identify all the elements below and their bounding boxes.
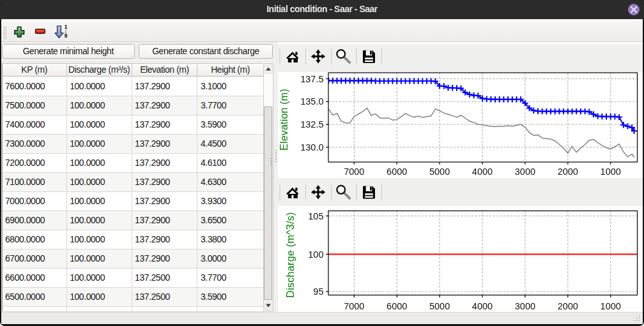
svg-text:9: 9 [65,33,68,39]
svg-text:100: 100 [308,249,323,260]
svg-text:130.0: 130.0 [300,142,323,152]
svg-text:7000: 7000 [344,167,364,177]
svg-text:7000: 7000 [344,301,364,311]
svg-text:Discharge (m^3/s): Discharge (m^3/s) [285,212,296,297]
svg-text:3000: 3000 [515,301,535,311]
svg-text:2000: 2000 [558,301,578,311]
svg-text:4000: 4000 [472,167,493,177]
svg-text:137.5: 137.5 [300,73,323,84]
svg-text:105: 105 [308,211,323,221]
svg-text:135.0: 135.0 [300,96,323,107]
svg-text:1000: 1000 [601,301,621,311]
svg-text:95: 95 [313,286,323,297]
svg-text:6000: 6000 [387,167,407,177]
svg-text:5000: 5000 [429,301,450,311]
svg-text:1000: 1000 [601,167,621,177]
svg-text:Elevation (m): Elevation (m) [279,89,289,151]
svg-text:3000: 3000 [515,167,535,177]
svg-text:1: 1 [65,24,68,30]
svg-text:5000: 5000 [429,167,450,177]
svg-text:2000: 2000 [558,167,578,177]
svg-text:6000: 6000 [387,301,407,311]
svg-text:132.5: 132.5 [300,119,323,130]
svg-text:4000: 4000 [472,301,493,311]
